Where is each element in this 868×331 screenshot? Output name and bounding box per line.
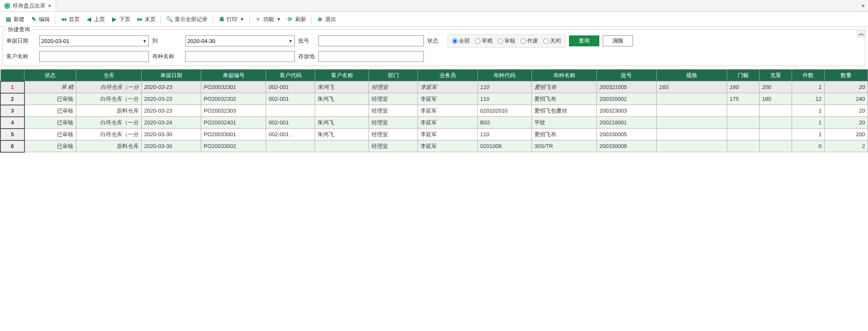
cell-spec[interactable] bbox=[656, 117, 727, 129]
cell-warehouse[interactable]: 白坯仓库（一分 bbox=[76, 129, 141, 140]
location-input[interactable] bbox=[318, 51, 424, 62]
cell-fabriccode[interactable]: 020102010 bbox=[477, 105, 532, 117]
cell-custcode[interactable] bbox=[266, 140, 315, 152]
cell-status[interactable]: 已审核 bbox=[24, 105, 76, 117]
cell-pieces[interactable]: 0 bbox=[792, 140, 824, 152]
cell-salesman[interactable]: 李延军 bbox=[418, 105, 477, 117]
cell-dept[interactable]: 经理室 bbox=[369, 129, 418, 140]
cell-qty[interactable]: 2 bbox=[825, 140, 868, 152]
date-to-field[interactable] bbox=[186, 38, 287, 44]
col-pieces[interactable]: 件数 bbox=[792, 70, 824, 81]
cell-lot[interactable]: 200323003 bbox=[597, 105, 656, 117]
col-warehouse[interactable]: 仓库 bbox=[76, 70, 141, 81]
cell-pieces[interactable]: 1 bbox=[792, 81, 824, 93]
cell-billdate[interactable]: 2020-03-23 bbox=[141, 81, 201, 93]
last-page-button[interactable]: ⏭末页 bbox=[134, 14, 158, 24]
cell-fabricname[interactable]: 爱招飞布 bbox=[532, 129, 597, 140]
print-button[interactable]: 🖶打印▼ bbox=[216, 14, 247, 24]
cell-billno[interactable]: PO20033001 bbox=[201, 129, 266, 140]
cell-custcode[interactable]: 002-001 bbox=[266, 81, 315, 93]
cell-qty[interactable]: 20 bbox=[825, 117, 868, 129]
cell-fabriccode[interactable]: 0201008 bbox=[477, 140, 532, 152]
radio-draft[interactable]: 草稿 bbox=[475, 37, 493, 45]
cell-lot[interactable]: 200320002 bbox=[597, 93, 656, 105]
cell-width[interactable] bbox=[727, 140, 759, 152]
cell-gramweight[interactable] bbox=[759, 105, 792, 117]
cell-gramweight[interactable] bbox=[759, 117, 792, 129]
col-billno[interactable]: 单据编号 bbox=[201, 70, 266, 81]
table-row[interactable]: 2已审核白坯仓库（一分2020-03-23PO20032302002-001朱鸿… bbox=[0, 93, 868, 105]
cell-salesman[interactable]: 李延军 bbox=[418, 140, 477, 152]
col-spec[interactable]: 规格 bbox=[656, 70, 727, 81]
cell-width[interactable] bbox=[727, 117, 759, 129]
cell-custcode[interactable]: 002-001 bbox=[266, 117, 315, 129]
table-row[interactable]: 3已审核原料仓库2020-03-23PO20032303经理室李延军020102… bbox=[0, 105, 868, 117]
table-row[interactable]: 4已审核白坯仓库（一分2020-03-24PO20032401002-001朱鸿… bbox=[0, 117, 868, 129]
col-custcode[interactable]: 客户代码 bbox=[266, 70, 315, 81]
cell-custname[interactable]: 朱鸿飞 bbox=[315, 93, 369, 105]
first-page-button[interactable]: ⏮首页 bbox=[58, 14, 82, 24]
table-row[interactable]: 5已审核白坯仓库（一分2020-03-30PO20033001002-001朱鸿… bbox=[0, 129, 868, 140]
cell-status[interactable]: 已审核 bbox=[24, 129, 76, 140]
col-status[interactable]: 状态 bbox=[24, 70, 76, 81]
data-grid[interactable]: 状态 仓库 单据日期 单据编号 客户代码 客户名称 部门 业务员 布种代码 布种… bbox=[0, 69, 868, 153]
cell-billdate[interactable]: 2020-03-24 bbox=[141, 117, 201, 129]
radio-all[interactable]: 全部 bbox=[452, 37, 470, 45]
col-billdate[interactable]: 单据日期 bbox=[141, 70, 201, 81]
cell-status[interactable]: 已审核 bbox=[24, 93, 76, 105]
cell-fabriccode[interactable]: 110 bbox=[477, 93, 532, 105]
cell-dept[interactable]: 经理室 bbox=[369, 81, 418, 93]
cell-custname[interactable]: 朱鸿飞 bbox=[315, 81, 369, 93]
radio-close[interactable]: 关闭 bbox=[543, 37, 561, 45]
cell-gramweight[interactable]: 180 bbox=[759, 93, 792, 105]
cell-qty[interactable]: 20 bbox=[825, 105, 868, 117]
cell-rownum[interactable]: 3 bbox=[0, 105, 24, 117]
next-page-button[interactable]: ▶下页 bbox=[108, 14, 133, 24]
cell-pieces[interactable]: 1 bbox=[792, 129, 824, 140]
cell-status[interactable]: 草 稿 bbox=[24, 81, 76, 93]
cell-salesman[interactable]: 李延军 bbox=[418, 129, 477, 140]
cell-billdate[interactable]: 2020-03-23 bbox=[141, 105, 201, 117]
cell-billno[interactable]: PO20032301 bbox=[201, 81, 266, 93]
date-from-field[interactable] bbox=[40, 38, 141, 44]
cell-rownum[interactable]: 5 bbox=[0, 129, 24, 140]
cell-custname[interactable]: 朱鸿飞 bbox=[315, 117, 369, 129]
cell-rownum[interactable]: 6 bbox=[0, 140, 24, 152]
cell-custcode[interactable]: 002-001 bbox=[266, 93, 315, 105]
cell-gramweight[interactable] bbox=[759, 140, 792, 152]
cell-warehouse[interactable]: 原料仓库 bbox=[76, 140, 141, 152]
cell-custcode[interactable]: 002-001 bbox=[266, 129, 315, 140]
cell-dept[interactable]: 经理室 bbox=[369, 140, 418, 152]
table-row[interactable]: 6已审核原料仓库2020-03-30PO20033002经理室李延军020100… bbox=[0, 140, 868, 152]
cell-fabriccode[interactable]: B02 bbox=[477, 117, 532, 129]
date-to-input[interactable]: ▼ bbox=[185, 35, 295, 46]
cell-pieces[interactable]: 1 bbox=[792, 105, 824, 117]
cell-spec[interactable]: 16S bbox=[656, 81, 727, 93]
cell-lot[interactable]: 200330009 bbox=[597, 140, 656, 152]
cell-salesman[interactable]: 李延军 bbox=[418, 93, 477, 105]
cell-billno[interactable]: PO20033002 bbox=[201, 140, 266, 152]
cell-dept[interactable]: 经理室 bbox=[369, 105, 418, 117]
panel-close-icon[interactable]: × bbox=[861, 3, 865, 9]
cell-warehouse[interactable]: 白坯仓库（一分 bbox=[76, 117, 141, 129]
col-dept[interactable]: 部门 bbox=[369, 70, 418, 81]
fabric-input[interactable] bbox=[185, 51, 295, 62]
customer-input[interactable] bbox=[39, 51, 149, 62]
edit-button[interactable]: ✎编辑 bbox=[28, 14, 52, 24]
col-fabricname[interactable]: 布种名称 bbox=[532, 70, 597, 81]
cell-width[interactable]: 175 bbox=[727, 93, 759, 105]
table-row[interactable]: 1草 稿白坯仓库（一分2020-03-23PO20032301002-001朱鸿… bbox=[0, 81, 868, 93]
cell-warehouse[interactable]: 白坯仓库（一分 bbox=[76, 81, 141, 93]
cell-warehouse[interactable]: 原料仓库 bbox=[76, 105, 141, 117]
close-icon[interactable]: × bbox=[48, 3, 51, 9]
cell-dept[interactable]: 经理室 bbox=[369, 93, 418, 105]
caret-down-icon[interactable]: ▼ bbox=[141, 39, 148, 43]
cell-salesman[interactable]: 李延军 bbox=[418, 81, 477, 93]
cell-fabricname[interactable]: 爱招飞布 bbox=[532, 93, 597, 105]
radio-audit[interactable]: 审核 bbox=[498, 37, 515, 45]
col-salesman[interactable]: 业务员 bbox=[418, 70, 477, 81]
cell-pieces[interactable]: 1 bbox=[792, 117, 824, 129]
cell-billno[interactable]: PO20032302 bbox=[201, 93, 266, 105]
cell-custcode[interactable] bbox=[266, 105, 315, 117]
cell-warehouse[interactable]: 白坯仓库（一分 bbox=[76, 93, 141, 105]
